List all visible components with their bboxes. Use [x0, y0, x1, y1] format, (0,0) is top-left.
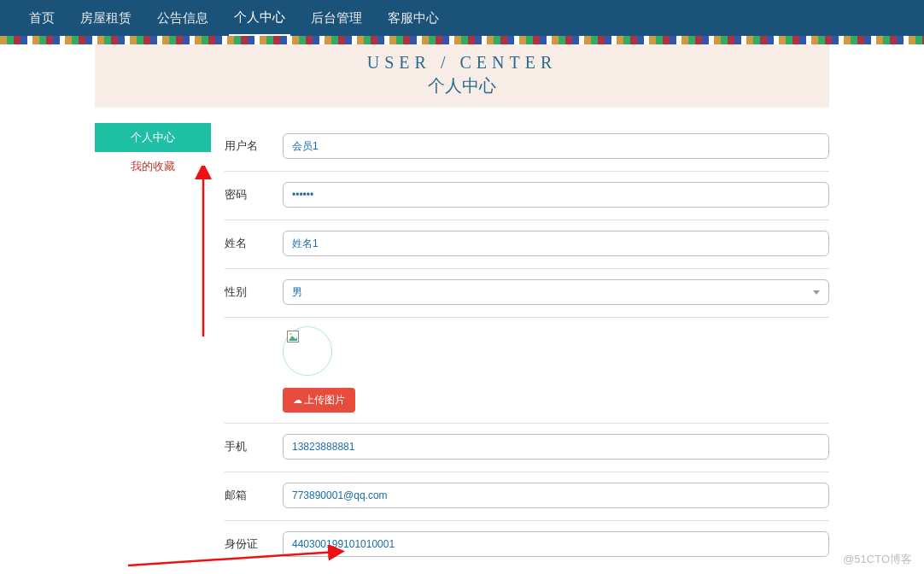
upload-label: 上传图片 [304, 394, 345, 406]
action-row: 更新信息 退出登录 [225, 569, 829, 574]
phone-input[interactable] [283, 434, 829, 460]
idcard-input[interactable] [283, 531, 829, 557]
label-idcard: 身份证 [225, 536, 283, 552]
watermark: @51CTO博客 [843, 552, 912, 567]
nav-home[interactable]: 首页 [24, 2, 60, 35]
nav-service[interactable]: 客服中心 [383, 2, 444, 35]
gender-selected: 男 [292, 285, 302, 300]
main-row: 个人中心 我的收藏 用户名 密码 姓名 性别 男 [95, 123, 829, 574]
row-image-upload: ☁上传图片 [225, 318, 829, 424]
nav-admin[interactable]: 后台管理 [306, 2, 367, 35]
row-email: 邮箱 [225, 472, 829, 521]
row-password: 密码 [225, 172, 829, 220]
email-input[interactable] [283, 483, 829, 508]
broken-image-icon [287, 331, 299, 345]
top-nav: 首页 房屋租赁 公告信息 个人中心 后台管理 客服中心 [0, 0, 924, 36]
name-input[interactable] [283, 231, 829, 256]
form-area: 用户名 密码 姓名 性别 男 [211, 123, 829, 574]
upload-image-button[interactable]: ☁上传图片 [283, 388, 355, 413]
nav-rent[interactable]: 房屋租赁 [75, 2, 137, 35]
sidebar-item-favorites[interactable]: 我的收藏 [95, 152, 211, 181]
row-username: 用户名 [225, 123, 829, 172]
gender-select[interactable]: 男 [283, 279, 829, 305]
row-gender: 性别 男 [225, 269, 829, 318]
row-idcard: 身份证 [225, 521, 829, 569]
sidebar: 个人中心 我的收藏 [95, 123, 211, 574]
page-title-cn: 个人中心 [95, 74, 829, 97]
label-phone: 手机 [225, 439, 283, 454]
label-name: 姓名 [225, 236, 283, 251]
nav-user-center[interactable]: 个人中心 [229, 1, 290, 36]
label-gender: 性别 [225, 284, 283, 300]
row-phone: 手机 [225, 424, 829, 472]
page-title-en: USER / CENTER [95, 53, 829, 73]
password-input[interactable] [283, 182, 829, 208]
row-name: 姓名 [225, 220, 829, 269]
avatar-preview [283, 326, 332, 376]
username-input[interactable] [283, 133, 829, 159]
page-title: USER / CENTER 个人中心 [95, 44, 829, 108]
content-wrap: USER / CENTER 个人中心 个人中心 我的收藏 用户名 密码 姓名 性… [95, 44, 829, 574]
label-username: 用户名 [225, 138, 283, 154]
svg-point-2 [289, 333, 291, 335]
nav-notice[interactable]: 公告信息 [152, 2, 213, 35]
sidebar-item-user-center[interactable]: 个人中心 [95, 123, 211, 152]
banner-strip [0, 36, 924, 44]
cloud-upload-icon: ☁ [293, 395, 302, 405]
label-password: 密码 [225, 187, 283, 202]
label-email: 邮箱 [225, 488, 283, 503]
